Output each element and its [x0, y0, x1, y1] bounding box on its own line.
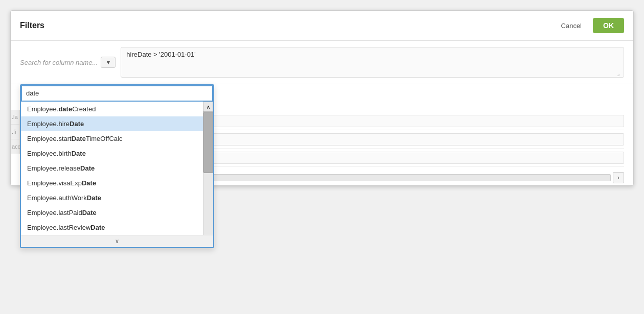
cancel-button[interactable]: Cancel	[555, 19, 588, 33]
scrollbar-thumb[interactable]	[203, 112, 213, 173]
search-bar: Search for column name... ▼ hireDate > '…	[11, 41, 633, 84]
search-placeholder: Search for column name...	[20, 59, 98, 66]
dropdown-item-hireDate[interactable]: Employee.hireDate	[21, 116, 203, 131]
item-bold: Date	[82, 179, 96, 187]
dropdown-item-dateCreated[interactable]: Employee.dateCreated	[21, 102, 203, 116]
row3-result[interactable]	[172, 152, 624, 164]
item-prefix: Employee.lastPaid	[27, 209, 82, 216]
filter-expression[interactable]: hireDate > '2001-01-01'	[121, 47, 624, 78]
item-prefix: Employee.	[27, 105, 58, 113]
main-area: .la .fi acc AND OR NOT ' ' = <> > < >= <…	[11, 84, 633, 185]
item-prefix: Employee.visaExp	[27, 179, 82, 187]
item-prefix: Employee.authWork	[27, 194, 87, 202]
item-bold: Date	[70, 120, 84, 128]
item-bold: Date	[72, 135, 86, 142]
filters-dialog: Filters Cancel OK Search for column name…	[10, 10, 634, 186]
left-label-3: acc	[11, 139, 19, 154]
column-dropdown-popup: ∧ Employee.dateCreated Employee.hireDate…	[20, 84, 214, 248]
scroll-down-arrow[interactable]: ∨	[21, 235, 213, 247]
dialog-title: Filters	[20, 21, 44, 30]
item-prefix: Employee.hire	[27, 120, 70, 128]
row2-result[interactable]	[172, 133, 624, 146]
header-buttons: Cancel OK	[555, 18, 624, 33]
left-label-2: .fi	[11, 125, 19, 139]
scroll-right-button[interactable]: ›	[613, 172, 624, 183]
item-bold: Date	[80, 164, 95, 172]
item-suffix: Created	[72, 105, 96, 113]
row1-result[interactable]	[172, 115, 624, 127]
item-suffix: TimeOffCalc	[86, 135, 123, 142]
item-bold: Date	[87, 194, 101, 202]
item-prefix: Employee.start	[27, 135, 72, 142]
left-label-1: .la	[11, 110, 19, 125]
dropdown-item-lastPaidDate[interactable]: Employee.lastPaidDate	[21, 205, 203, 220]
scroll-up-arrow[interactable]: ∧	[203, 102, 213, 112]
scrollbar-track	[203, 112, 213, 235]
dropdown-list-wrapper: ∧ Employee.dateCreated Employee.hireDate…	[21, 102, 213, 247]
dropdown-search-input[interactable]	[21, 85, 213, 102]
dropdown-item-visaExpDate[interactable]: Employee.visaExpDate	[21, 176, 203, 190]
dialog-header: Filters Cancel OK	[11, 11, 633, 41]
dropdown-item-authWorkDate[interactable]: Employee.authWorkDate	[21, 190, 203, 205]
item-prefix: Employee.release	[27, 164, 80, 172]
item-bold: Date	[82, 209, 97, 216]
dropdown-item-startDateTimeOffCalc[interactable]: Employee.startDateTimeOffCalc	[21, 131, 203, 146]
item-bold: date	[58, 105, 72, 113]
resize-handle: ⌟	[617, 70, 623, 77]
dropdown-item-lastReviewDate[interactable]: Employee.lastReviewDate	[21, 220, 203, 235]
ok-button[interactable]: OK	[593, 18, 624, 33]
dropdown-item-birthDate[interactable]: Employee.birthDate	[21, 146, 203, 161]
item-bold: Date	[72, 150, 86, 157]
item-prefix: Employee.birth	[27, 150, 72, 157]
item-prefix: Employee.lastReview	[27, 224, 90, 231]
filter-expression-wrap: hireDate > '2001-01-01' ⌟	[121, 47, 624, 78]
search-dropdown-button[interactable]: ▼	[101, 57, 116, 68]
item-bold: Date	[90, 224, 105, 231]
dropdown-item-releaseDate[interactable]: Employee.releaseDate	[21, 161, 203, 176]
